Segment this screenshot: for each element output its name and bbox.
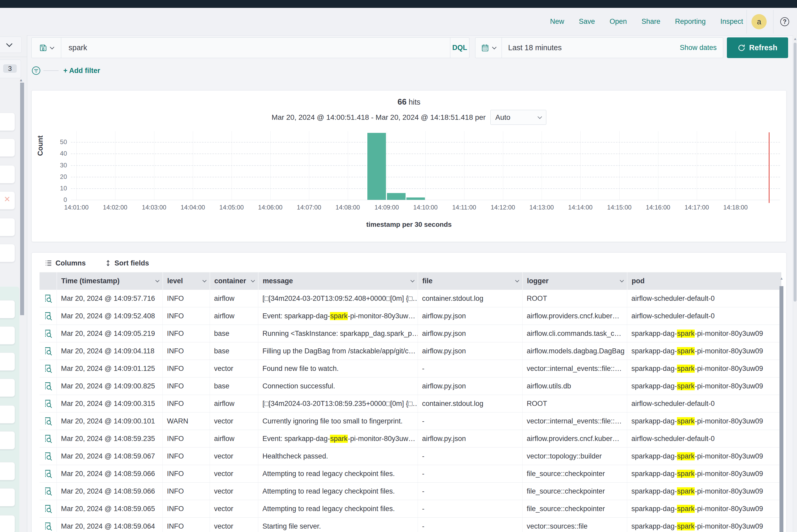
field-card[interactable] bbox=[0, 165, 15, 183]
field-card[interactable] bbox=[0, 431, 15, 449]
remove-field-icon[interactable]: ✕ bbox=[4, 195, 11, 203]
cell-text: -pi-monitor-80y3uw09 bbox=[695, 505, 763, 513]
table-row: Mar 20, 2024 @ 14:09:57.716INFOairflow[□… bbox=[39, 290, 781, 307]
field-card[interactable] bbox=[0, 300, 15, 318]
table-row: Mar 20, 2024 @ 14:09:05.219INFObaseRunni… bbox=[39, 325, 781, 342]
column-header-label: Time (timestamp) bbox=[61, 277, 119, 285]
field-card[interactable] bbox=[0, 462, 15, 480]
column-header-logger[interactable]: logger bbox=[522, 272, 627, 290]
expand-document-button[interactable] bbox=[44, 504, 52, 513]
expand-document-button[interactable] bbox=[44, 382, 52, 391]
topnav-link-share[interactable]: Share bbox=[642, 18, 661, 26]
refresh-button[interactable]: Refresh bbox=[727, 37, 788, 58]
topnav-link-save[interactable]: Save bbox=[579, 18, 595, 26]
time-range-value[interactable]: Last 18 minutes bbox=[502, 43, 680, 52]
chevron-down-icon[interactable] bbox=[620, 278, 624, 283]
expand-document-button[interactable] bbox=[44, 452, 52, 461]
cell-text: -pi-monitor-80y3uw09 bbox=[695, 487, 763, 495]
field-card[interactable] bbox=[0, 139, 15, 157]
column-header-container[interactable]: container bbox=[209, 272, 258, 290]
interval-select[interactable]: Auto bbox=[490, 110, 546, 125]
topnav-link-new[interactable]: New bbox=[550, 18, 564, 26]
y-gridline bbox=[71, 142, 780, 142]
level-cell: INFO bbox=[163, 395, 209, 412]
field-card[interactable] bbox=[0, 405, 15, 423]
expand-document-button[interactable] bbox=[44, 329, 52, 338]
container-cell: airflow bbox=[209, 395, 258, 412]
query-language-button[interactable]: DQL bbox=[450, 38, 469, 58]
column-header-message[interactable]: message bbox=[258, 272, 418, 290]
field-card[interactable] bbox=[0, 218, 15, 236]
expand-document-button[interactable] bbox=[44, 434, 52, 443]
logger-cell: ROOT bbox=[522, 290, 627, 307]
topnav-link-open[interactable]: Open bbox=[610, 18, 627, 26]
saved-query-menu-button[interactable] bbox=[32, 38, 61, 58]
expand-document-button[interactable] bbox=[44, 399, 52, 408]
column-header-pod[interactable]: pod bbox=[627, 272, 781, 290]
histogram-bar[interactable] bbox=[406, 197, 425, 200]
show-dates-button[interactable]: Show dates bbox=[680, 44, 723, 52]
search-highlight: spark bbox=[677, 382, 695, 390]
histogram-bar[interactable] bbox=[367, 133, 386, 200]
topnav-link-reporting[interactable]: Reporting bbox=[675, 18, 706, 26]
page-scrollbar-thumb[interactable] bbox=[794, 43, 796, 302]
search-highlight: spark bbox=[677, 487, 695, 495]
sort-fields-button[interactable]: Sort fields bbox=[104, 259, 151, 268]
add-filter-button[interactable]: + Add filter bbox=[63, 67, 100, 75]
sidebar-divider bbox=[0, 57, 27, 57]
message-cell: Connection successful. bbox=[258, 377, 418, 395]
cell-text: -pi-monitor-80y3uw09 bbox=[695, 382, 763, 390]
query-input[interactable] bbox=[61, 43, 450, 52]
time-cell: Mar 20, 2024 @ 14:09:01.125 bbox=[57, 360, 163, 377]
page-scroll-up-arrow[interactable]: ▲ bbox=[793, 37, 797, 41]
table-row: Mar 20, 2024 @ 14:09:00.101WARNvectorCur… bbox=[39, 413, 781, 430]
message-cell: Event: sparkapp-dag-spark-pi-monitor-80y… bbox=[258, 307, 418, 325]
table-row: Mar 20, 2024 @ 14:08:59.067INFOvectorHea… bbox=[39, 448, 781, 465]
filter-icon[interactable] bbox=[32, 66, 41, 75]
expand-document-button[interactable] bbox=[44, 522, 52, 531]
expand-document-button[interactable] bbox=[44, 364, 52, 373]
expand-document-button[interactable] bbox=[44, 469, 52, 478]
column-header-time-timestamp-[interactable]: Time (timestamp) bbox=[57, 272, 163, 290]
avatar[interactable]: a bbox=[752, 14, 767, 29]
hits-count: 66 hits bbox=[32, 97, 786, 107]
column-header-level[interactable]: level bbox=[163, 272, 209, 290]
expand-document-button[interactable] bbox=[44, 294, 52, 303]
field-card[interactable] bbox=[0, 353, 15, 370]
field-card[interactable] bbox=[0, 244, 15, 262]
columns-button[interactable]: Columns bbox=[43, 259, 87, 268]
expand-document-button[interactable] bbox=[44, 417, 52, 425]
file-cell: - bbox=[418, 360, 522, 377]
file-cell: airflow.py.json bbox=[418, 307, 522, 325]
column-header-file[interactable]: file bbox=[418, 272, 522, 290]
sidebar-collapse-button[interactable] bbox=[0, 37, 22, 53]
topnav-link-inspect[interactable]: Inspect bbox=[720, 18, 743, 26]
field-card[interactable] bbox=[0, 379, 15, 397]
chevron-down-icon[interactable] bbox=[203, 278, 207, 283]
chevron-down-icon[interactable] bbox=[410, 278, 415, 283]
field-card[interactable] bbox=[0, 515, 15, 532]
expand-document-button[interactable] bbox=[44, 487, 52, 496]
date-quick-menu-button[interactable] bbox=[476, 38, 502, 58]
pod-cell: sparkapp-dag-spark-pi-monitor-80y3uw09 bbox=[627, 325, 781, 342]
file-cell: airflow.py.json bbox=[418, 377, 522, 395]
field-card[interactable]: ✕ bbox=[0, 191, 15, 209]
sidebar-scroll-up-arrow[interactable]: ▲ bbox=[19, 78, 23, 82]
table-scrollbar-thumb[interactable] bbox=[779, 286, 783, 532]
hits-unit: hits bbox=[409, 98, 421, 106]
container-cell: vector bbox=[209, 518, 258, 532]
field-card[interactable] bbox=[0, 488, 15, 506]
field-card[interactable] bbox=[0, 113, 15, 131]
chevron-down-icon[interactable] bbox=[251, 278, 255, 283]
chevron-down-icon[interactable] bbox=[155, 278, 160, 283]
table-scroll-up-arrow[interactable]: ▲ bbox=[780, 276, 783, 280]
expand-document-button[interactable] bbox=[44, 346, 52, 356]
sidebar-scrollbar-thumb[interactable] bbox=[20, 83, 24, 315]
field-card[interactable] bbox=[0, 326, 15, 344]
histogram-bar[interactable] bbox=[387, 193, 406, 200]
file-cell: - bbox=[418, 465, 522, 482]
help-button[interactable]: ? bbox=[780, 17, 789, 26]
expand-document-button[interactable] bbox=[44, 311, 52, 320]
chevron-down-icon[interactable] bbox=[515, 278, 519, 283]
sort-arrows-icon bbox=[105, 260, 111, 267]
